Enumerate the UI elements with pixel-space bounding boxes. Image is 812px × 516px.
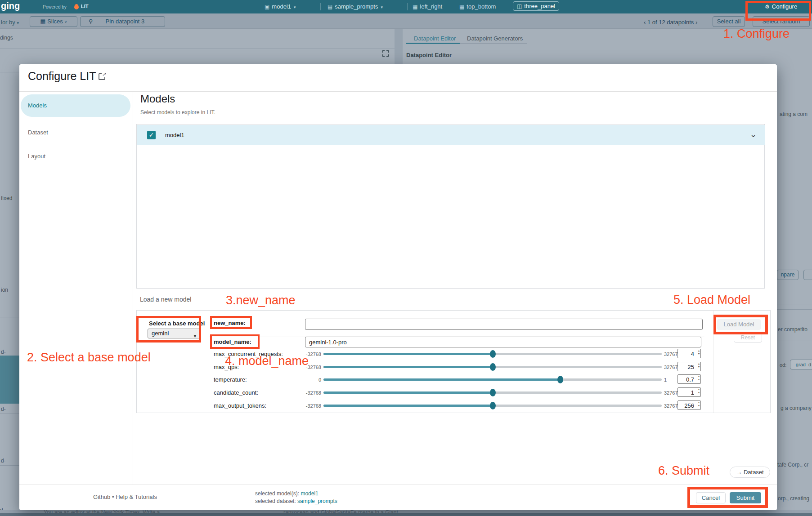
slider-track[interactable] — [323, 378, 662, 381]
model-row[interactable]: ✓ model1 ⌄ — [137, 125, 765, 145]
help-tutorials-link[interactable]: Help & Tutorials — [116, 494, 157, 500]
slider-row-temperature: temperature: 0 1 0.7▴▾ — [137, 375, 713, 385]
divider — [133, 91, 133, 485]
model-checkbox[interactable]: ✓ — [147, 131, 156, 139]
stepper-arrows-icon[interactable]: ▴▾ — [698, 388, 700, 394]
layout-left-right[interactable]: ▦left_right — [413, 3, 442, 10]
annotation-step2: 2. Select a base model — [27, 351, 151, 365]
annotation-step4: 4. model_name — [225, 354, 309, 368]
chevron-down-icon: ▾ — [294, 5, 296, 9]
slider-min: -32768 — [272, 403, 321, 409]
selection-toolbar: lor by ▾ ▦ Slices ˅ ⚲Pin datapoint 3 ‹ 1… — [0, 13, 812, 29]
pin-datapoint-button[interactable]: ⚲Pin datapoint 3 — [80, 16, 165, 27]
slider-max: 32767 — [664, 390, 677, 396]
section-subheading: Select models to explore in LIT. — [140, 109, 215, 116]
slider-track[interactable] — [323, 353, 662, 355]
slider-max: 32767 — [664, 403, 677, 409]
number-stepper[interactable]: 256▴▾ — [677, 400, 701, 410]
app-root: ging Powered by LIT ▣model1▾ ▤sample_pro… — [0, 0, 812, 516]
nav-item-dataset[interactable]: Dataset — [28, 129, 48, 136]
slices-button[interactable]: ▦ Slices ˅ — [30, 16, 77, 27]
annotation-box-new-name — [210, 316, 252, 329]
datapoint-pagination[interactable]: ‹ 1 of 12 datapoints › — [644, 19, 697, 26]
pin-icon: ⚲ — [89, 17, 93, 27]
lit-flame-icon — [74, 4, 79, 9]
select-all-button[interactable]: Select all — [713, 16, 745, 27]
models-list: ✓ model1 ⌄ — [136, 124, 765, 289]
go-to-dataset-button[interactable]: → Dataset — [730, 467, 770, 478]
stepper-arrows-icon[interactable]: ▴▾ — [698, 401, 700, 407]
top-app-bar: ging Powered by LIT ▣model1▾ ▤sample_pro… — [0, 0, 812, 13]
model-row-label: model1 — [165, 132, 184, 138]
selected-row-fragment — [0, 356, 19, 404]
powered-by-label: Powered by — [43, 4, 67, 9]
divider — [19, 485, 777, 485]
divider — [320, 3, 321, 10]
annotation-step6: 6. Submit — [658, 464, 709, 478]
dialog-title: Configure LIT — [28, 70, 96, 83]
background-left-panel — [0, 29, 395, 64]
divider — [407, 3, 408, 10]
tab-datapoint-editor[interactable]: Datapoint Editor — [414, 35, 456, 42]
slider-max: 32767 — [664, 365, 677, 370]
slider-track[interactable] — [323, 366, 662, 368]
stepper-arrows-icon[interactable]: ▴▾ — [698, 349, 700, 356]
chevron-down-icon[interactable]: ⌄ — [750, 129, 757, 139]
open-in-new-icon[interactable]: ↗ — [99, 73, 105, 80]
slider-track[interactable] — [323, 405, 662, 407]
slider-label: max_output_tokens: — [214, 402, 266, 409]
slices-icon: ▦ — [40, 18, 45, 25]
divider — [231, 485, 231, 510]
slider-knob[interactable] — [490, 363, 496, 371]
layout-three-panel[interactable]: ◫three_panel — [513, 1, 559, 11]
truncated-panel-title: dings — [0, 35, 13, 41]
grid-icon: ▦ — [459, 4, 464, 10]
lit-label: LIT — [81, 4, 89, 9]
annotation-box-load-model — [713, 315, 768, 334]
annotation-step3: 3.new_name — [226, 294, 296, 307]
selected-model-value: model1 — [301, 490, 318, 497]
color-by-menu[interactable]: lor by ▾ — [1, 19, 19, 26]
maximize-icon[interactable] — [382, 50, 389, 57]
divider — [0, 49, 395, 49]
model-icon: ▣ — [265, 4, 269, 10]
number-stepper[interactable]: 0.7▴▾ — [677, 374, 701, 384]
truncated-button — [803, 270, 812, 280]
slider-knob[interactable] — [490, 402, 496, 409]
nav-item-models[interactable]: Models — [28, 102, 47, 109]
selected-model-status: selected model(s): model1 — [255, 490, 319, 497]
slider-knob[interactable] — [490, 350, 496, 358]
truncated-button: npare — [777, 270, 799, 280]
model-name-input[interactable] — [305, 337, 701, 347]
panel-heading: Datapoint Editor — [406, 52, 452, 58]
dataset-menu[interactable]: ▤sample_prompts▾ — [327, 3, 383, 10]
footer-links: Github • Help & Tutorials — [19, 494, 231, 500]
slider-label: temperature: — [214, 376, 247, 383]
github-link[interactable]: Github — [93, 494, 110, 500]
prev-icon: ‹ — [644, 19, 646, 26]
chevron-down-icon: ▾ — [381, 5, 383, 9]
app-logo: ging — [1, 1, 20, 11]
slider-max: 32767 — [664, 351, 677, 357]
background-right-strip: ating a com npare er competito od: grad_… — [777, 64, 812, 510]
layout-top-bottom[interactable]: ▦top_bottom — [459, 3, 496, 10]
slider-knob[interactable] — [557, 376, 563, 383]
stepper-arrows-icon[interactable]: ▴▾ — [698, 375, 700, 381]
slider-min: 0 — [272, 377, 321, 383]
stepper-arrows-icon[interactable]: ▴▾ — [698, 362, 700, 369]
dataset-icon: ▤ — [327, 4, 332, 10]
configure-dialog: Configure LIT ↗ Models Dataset Layout Mo… — [19, 64, 777, 510]
number-stepper[interactable]: 4▴▾ — [677, 349, 701, 358]
tab-datapoint-generators[interactable]: Datapoint Generators — [467, 35, 523, 42]
slider-row-max-concurrent-requests: max_concurrent_requests: -32768 32767 4▴… — [137, 349, 713, 359]
annotation-step5: 5. Load Model — [673, 293, 750, 307]
slider-track[interactable] — [323, 391, 662, 394]
annotation-step1: 1. Configure — [723, 27, 790, 41]
nav-item-layout[interactable]: Layout — [28, 153, 45, 160]
model-menu[interactable]: ▣model1▾ — [265, 3, 296, 10]
new-name-input[interactable] — [305, 319, 703, 330]
number-stepper[interactable]: 25▴▾ — [677, 362, 701, 371]
number-stepper[interactable]: 1▴▾ — [677, 387, 701, 397]
slider-label: candidate_count: — [214, 389, 258, 396]
slider-knob[interactable] — [490, 389, 496, 396]
